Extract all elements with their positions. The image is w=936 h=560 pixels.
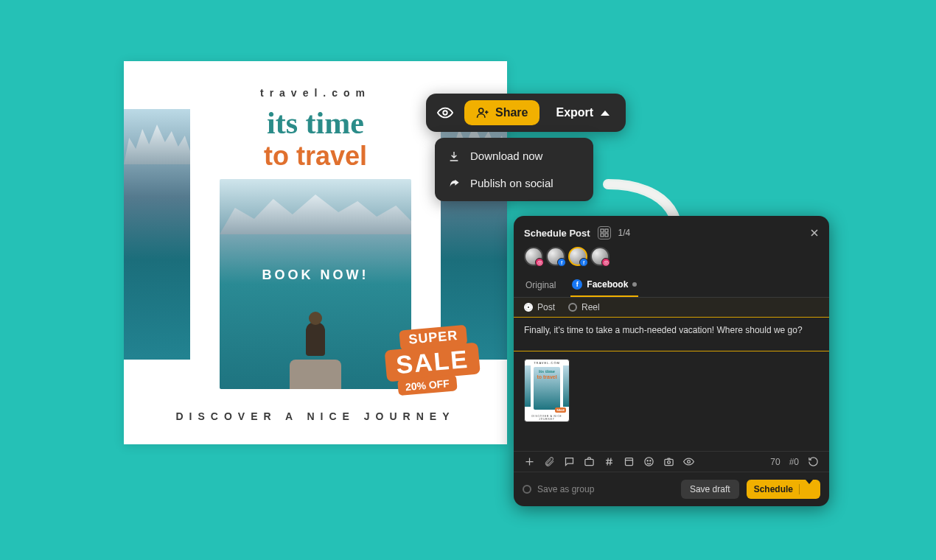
svg-rect-5 bbox=[605, 234, 608, 237]
hashtag-count: #0 bbox=[789, 457, 799, 467]
post-type-row: Post Reel bbox=[514, 298, 829, 318]
attach-button[interactable] bbox=[544, 456, 555, 467]
toggle-off-icon bbox=[523, 485, 531, 494]
publish-social-label: Publish on social bbox=[470, 177, 553, 189]
chevron-up-icon bbox=[601, 111, 610, 116]
tab-original-label: Original bbox=[525, 280, 556, 290]
template-icon bbox=[624, 456, 635, 467]
tab-indicator-dot-icon bbox=[632, 282, 637, 287]
preview-button[interactable] bbox=[432, 99, 458, 126]
svg-point-8 bbox=[645, 458, 653, 466]
download-now-label: Download now bbox=[470, 150, 542, 162]
post-type-post-label: Post bbox=[537, 302, 555, 312]
share-button[interactable]: Share bbox=[464, 100, 539, 125]
save-draft-button[interactable]: Save draft bbox=[681, 480, 739, 499]
panel-footer: Save as group Save draft Schedule bbox=[514, 472, 829, 506]
undo-button[interactable] bbox=[808, 456, 819, 467]
preview-toggle-button[interactable] bbox=[683, 456, 694, 467]
schedule-post-panel: Schedule Post 1/4 ◎ f f ◎ Original f Fac… bbox=[514, 216, 829, 506]
post-text-input[interactable]: Finally, it's time to take a much-needed… bbox=[514, 318, 829, 351]
add-media-button[interactable] bbox=[524, 456, 535, 467]
save-as-group-toggle[interactable]: Save as group bbox=[523, 484, 594, 494]
layout-toggle-button[interactable] bbox=[598, 226, 611, 239]
thumb-site-text: TRAVEL.COM bbox=[525, 361, 569, 365]
chat-button[interactable] bbox=[564, 456, 575, 467]
account-avatar-4[interactable]: ◎ bbox=[590, 247, 610, 266]
emoji-button[interactable] bbox=[643, 456, 654, 467]
undo-icon bbox=[808, 456, 819, 467]
download-icon bbox=[448, 150, 460, 162]
grid-icon bbox=[600, 228, 609, 237]
svg-rect-4 bbox=[601, 234, 604, 237]
tab-original[interactable]: Original bbox=[524, 275, 557, 297]
svg-point-12 bbox=[668, 461, 671, 463]
schedule-label: Schedule bbox=[754, 484, 793, 494]
svg-rect-6 bbox=[585, 459, 593, 465]
radio-on-icon bbox=[524, 303, 533, 312]
panel-title: Schedule Post bbox=[524, 228, 590, 239]
account-avatar-2[interactable]: f bbox=[546, 247, 565, 266]
account-avatar-3[interactable]: f bbox=[568, 247, 587, 266]
export-label: Export bbox=[556, 106, 593, 119]
sale-badge: SUPER SALE 20% OFF bbox=[383, 324, 482, 397]
post-type-reel[interactable]: Reel bbox=[568, 302, 600, 312]
svg-point-9 bbox=[647, 461, 648, 461]
hashtag-icon bbox=[604, 456, 615, 467]
design-book-now-text: BOOK NOW! bbox=[124, 267, 507, 283]
svg-rect-7 bbox=[626, 458, 633, 466]
svg-point-1 bbox=[479, 108, 483, 113]
schedule-button[interactable]: Schedule bbox=[747, 480, 820, 499]
briefcase-button[interactable] bbox=[584, 456, 595, 467]
person-plus-icon bbox=[476, 106, 489, 119]
post-type-post[interactable]: Post bbox=[524, 302, 555, 312]
facebook-badge-icon: f bbox=[557, 258, 566, 267]
publish-social-item[interactable]: Publish on social bbox=[435, 169, 593, 197]
eye-icon bbox=[437, 105, 453, 121]
char-count: 70 bbox=[770, 457, 780, 467]
chat-icon bbox=[564, 456, 575, 467]
media-attachments: TRAVEL.COM its time to travel SALE DISCO… bbox=[514, 351, 829, 451]
panel-header: Schedule Post 1/4 bbox=[514, 216, 829, 245]
download-now-item[interactable]: Download now bbox=[435, 142, 593, 169]
svg-rect-2 bbox=[601, 229, 604, 232]
design-main-image bbox=[220, 179, 411, 389]
hashtag-button[interactable] bbox=[604, 456, 615, 467]
panel-page-counter: 1/4 bbox=[618, 228, 631, 238]
svg-point-13 bbox=[688, 461, 691, 463]
facebook-badge-icon: f bbox=[579, 258, 588, 267]
svg-rect-11 bbox=[665, 459, 673, 465]
save-draft-label: Save draft bbox=[690, 484, 730, 494]
svg-point-10 bbox=[650, 461, 651, 461]
export-button[interactable]: Export bbox=[545, 100, 620, 125]
instagram-badge-icon: ◎ bbox=[601, 258, 610, 267]
thumb-main-text: to travel bbox=[525, 374, 569, 379]
svg-point-0 bbox=[443, 111, 447, 115]
tab-facebook-label: Facebook bbox=[587, 279, 628, 290]
paperclip-icon bbox=[544, 456, 555, 467]
composer-toolbar: 70 #0 bbox=[514, 451, 829, 472]
eye-icon bbox=[683, 456, 694, 467]
save-as-group-label: Save as group bbox=[537, 484, 594, 494]
plus-icon bbox=[524, 456, 535, 467]
tab-facebook[interactable]: f Facebook bbox=[570, 275, 638, 297]
camera-icon bbox=[663, 456, 674, 467]
share-label: Share bbox=[495, 106, 528, 119]
emoji-icon bbox=[643, 456, 654, 467]
platform-tabs: Original f Facebook bbox=[514, 270, 829, 298]
top-toolbar: Share Export bbox=[426, 94, 626, 132]
radio-off-icon bbox=[568, 303, 577, 312]
thumb-footer-text: DISCOVER A NICE JOURNEY bbox=[525, 415, 569, 421]
export-dropdown: Download now Publish on social bbox=[435, 138, 593, 201]
camera-button[interactable] bbox=[663, 456, 674, 467]
svg-rect-3 bbox=[605, 229, 608, 232]
close-icon bbox=[810, 228, 819, 237]
close-button[interactable] bbox=[810, 228, 819, 237]
media-thumbnail[interactable]: TRAVEL.COM its time to travel SALE DISCO… bbox=[524, 359, 570, 422]
template-button[interactable] bbox=[624, 456, 635, 467]
thumb-script-text: its time bbox=[525, 368, 569, 374]
thumb-sale-badge: SALE bbox=[555, 407, 566, 413]
account-avatars: ◎ f f ◎ bbox=[514, 245, 829, 270]
account-avatar-1[interactable]: ◎ bbox=[524, 247, 543, 266]
design-footer-text: DISCOVER A NICE JOURNEY bbox=[124, 410, 507, 422]
schedule-split-button[interactable] bbox=[799, 484, 813, 494]
